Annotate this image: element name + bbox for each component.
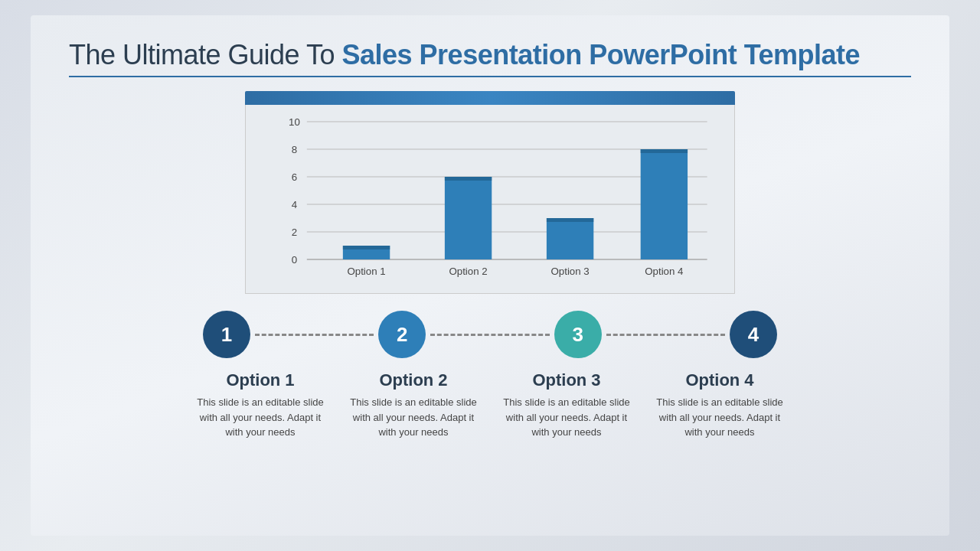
svg-rect-17: [547, 218, 593, 222]
dashed-line-3: [606, 334, 725, 336]
step-number-3: 3: [572, 323, 583, 347]
option-item-2: Option 2 This slide is an editable slide…: [337, 370, 490, 440]
svg-text:4: 4: [292, 199, 297, 210]
svg-text:0: 0: [292, 254, 297, 266]
option-desc-4: This slide is an editable slide with all…: [649, 395, 790, 440]
step-number-1: 1: [221, 323, 232, 347]
slide: The Ultimate Guide To Sales Presentation…: [31, 15, 949, 536]
circles-row: 1 2 3 4: [203, 311, 777, 358]
chart-header-bar: [245, 91, 735, 105]
option-desc-1: This slide is an editable slide with all…: [190, 395, 331, 440]
step-circle-2: 2: [378, 311, 426, 358]
steps-section: 1 2 3 4 Option 1 This slide is an editab…: [69, 311, 911, 440]
page-title: The Ultimate Guide To Sales Presentation…: [69, 38, 911, 71]
bar-chart: 10 8 6 4 2 0: [280, 114, 719, 282]
option-desc-2: This slide is an editable slide with all…: [343, 395, 484, 440]
svg-text:8: 8: [292, 144, 297, 155]
svg-rect-18: [641, 149, 688, 259]
title-prefix: The Ultimate Guide To: [69, 39, 342, 70]
svg-text:Option 4: Option 4: [645, 266, 683, 277]
step-circle-1: 1: [203, 311, 250, 358]
option-title-2: Option 2: [343, 370, 484, 390]
option-title-4: Option 4: [649, 370, 790, 390]
svg-rect-19: [641, 149, 688, 153]
svg-rect-16: [547, 218, 593, 259]
chart-container: 10 8 6 4 2 0: [245, 91, 735, 294]
title-underline: [69, 76, 911, 77]
title-row: The Ultimate Guide To Sales Presentation…: [69, 38, 911, 77]
step-number-2: 2: [397, 323, 407, 347]
svg-rect-14: [445, 177, 492, 259]
option-item-1: Option 1 This slide is an editable slide…: [184, 370, 337, 440]
title-highlight: Sales Presentation PowerPoint Template: [342, 39, 861, 70]
options-row: Option 1 This slide is an editable slide…: [176, 370, 804, 440]
option-title-3: Option 3: [496, 370, 637, 390]
option-desc-3: This slide is an editable slide with all…: [496, 395, 637, 440]
svg-text:10: 10: [289, 116, 300, 128]
svg-text:6: 6: [292, 171, 297, 183]
svg-text:Option 3: Option 3: [550, 266, 589, 277]
svg-text:2: 2: [292, 227, 297, 238]
option-item-3: Option 3 This slide is an editable slide…: [490, 370, 643, 440]
step-circle-3: 3: [554, 311, 602, 358]
svg-text:Option 1: Option 1: [347, 266, 385, 277]
svg-text:Option 2: Option 2: [449, 266, 487, 277]
step-circle-4: 4: [730, 311, 777, 358]
chart-body: 10 8 6 4 2 0: [245, 105, 735, 294]
option-item-4: Option 4 This slide is an editable slide…: [643, 370, 796, 440]
dashed-line-1: [255, 334, 374, 336]
svg-rect-15: [445, 177, 492, 181]
svg-rect-13: [343, 246, 390, 249]
dashed-line-2: [430, 334, 549, 336]
option-title-1: Option 1: [190, 370, 331, 390]
step-number-4: 4: [748, 323, 759, 347]
